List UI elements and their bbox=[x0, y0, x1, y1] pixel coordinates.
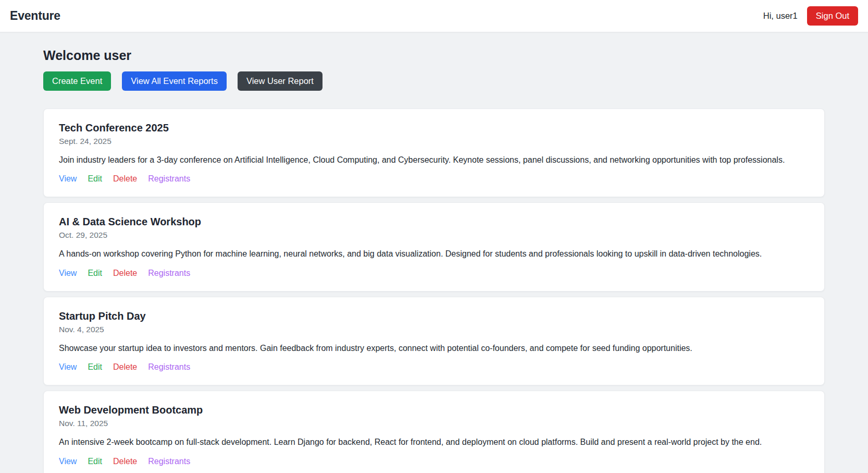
navbar-right: Hi, user1 Sign Out bbox=[763, 6, 858, 26]
edit-link[interactable]: Edit bbox=[88, 457, 102, 466]
event-card: Web Development Bootcamp Nov. 11, 2025 A… bbox=[43, 391, 825, 473]
edit-link[interactable]: Edit bbox=[88, 362, 102, 372]
main-content: Welcome user Create Event View All Event… bbox=[0, 32, 868, 473]
delete-link[interactable]: Delete bbox=[113, 362, 137, 372]
user-greeting: Hi, user1 bbox=[763, 11, 798, 21]
page-title: Welcome user bbox=[43, 48, 825, 63]
event-actions: View Edit Delete Registrants bbox=[59, 362, 809, 372]
event-actions: View Edit Delete Registrants bbox=[59, 457, 809, 466]
delete-link[interactable]: Delete bbox=[113, 269, 137, 278]
event-description: Showcase your startup idea to investors … bbox=[59, 343, 809, 354]
event-description: An intensive 2-week bootcamp on full-sta… bbox=[59, 436, 809, 448]
event-title: Web Development Bootcamp bbox=[59, 404, 809, 416]
event-date: Sept. 24, 2025 bbox=[59, 137, 809, 146]
event-title: Startup Pitch Day bbox=[59, 310, 809, 322]
event-title: Tech Conference 2025 bbox=[59, 122, 809, 134]
event-date: Nov. 11, 2025 bbox=[59, 419, 809, 428]
top-navbar: Eventure Hi, user1 Sign Out bbox=[0, 0, 868, 32]
view-link[interactable]: View bbox=[59, 269, 77, 278]
delete-link[interactable]: Delete bbox=[113, 174, 137, 184]
view-user-report-button[interactable]: View User Report bbox=[238, 71, 323, 91]
brand-logo[interactable]: Eventure bbox=[10, 9, 60, 23]
edit-link[interactable]: Edit bbox=[88, 174, 102, 184]
delete-link[interactable]: Delete bbox=[113, 457, 137, 466]
view-link[interactable]: View bbox=[59, 457, 77, 466]
event-actions: View Edit Delete Registrants bbox=[59, 174, 809, 184]
event-date: Nov. 4, 2025 bbox=[59, 325, 809, 334]
event-date: Oct. 29, 2025 bbox=[59, 231, 809, 240]
create-event-button[interactable]: Create Event bbox=[43, 71, 111, 91]
view-all-event-reports-button[interactable]: View All Event Reports bbox=[122, 71, 227, 91]
registrants-link[interactable]: Registrants bbox=[148, 174, 190, 184]
view-link[interactable]: View bbox=[59, 362, 77, 372]
event-actions: View Edit Delete Registrants bbox=[59, 269, 809, 278]
event-description: Join industry leaders for a 3-day confer… bbox=[59, 154, 809, 166]
event-card: Startup Pitch Day Nov. 4, 2025 Showcase … bbox=[43, 297, 825, 386]
event-title: AI & Data Science Workshop bbox=[59, 216, 809, 228]
registrants-link[interactable]: Registrants bbox=[148, 457, 190, 466]
event-description: A hands-on workshop covering Python for … bbox=[59, 248, 809, 260]
view-link[interactable]: View bbox=[59, 174, 77, 184]
registrants-link[interactable]: Registrants bbox=[148, 269, 190, 278]
registrants-link[interactable]: Registrants bbox=[148, 362, 190, 372]
sign-out-button[interactable]: Sign Out bbox=[807, 6, 858, 26]
edit-link[interactable]: Edit bbox=[88, 269, 102, 278]
event-card: Tech Conference 2025 Sept. 24, 2025 Join… bbox=[43, 108, 825, 198]
header-actions: Create Event View All Event Reports View… bbox=[43, 71, 825, 91]
event-card: AI & Data Science Workshop Oct. 29, 2025… bbox=[43, 202, 825, 292]
